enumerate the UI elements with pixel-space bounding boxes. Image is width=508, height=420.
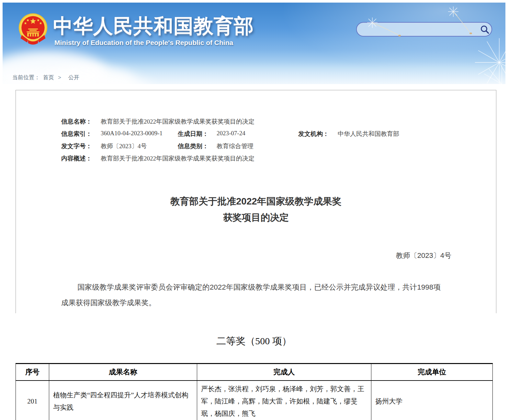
cell-achievement-name: 植物生产类“四全程四提升”人才培养模式创构与实践 xyxy=(49,381,197,420)
meta-name-label: 信息名称： xyxy=(61,117,92,126)
cell-contributors: 严长杰，张洪程，刘巧泉，杨泽峰，刘芳，郭文善，王军，陆江峰，高辉，陆大雷，许如根… xyxy=(197,381,371,420)
document-body-paragraph: 国家级教学成果奖评审委员会评审确定的2022年国家级教学成果奖项目，已经公示并完… xyxy=(61,280,441,311)
meta-date-label: 生成日期： xyxy=(178,130,209,138)
breadcrumb-link-public[interactable]: 公开 xyxy=(68,74,79,81)
document-card: 信息名称： 教育部关于批准2022年国家级教学成果奖获奖项目的决定 信息索引： … xyxy=(16,90,496,313)
table-header-row: 序号 成果名称 完成人 完成单位 xyxy=(16,364,493,381)
meta-summary-value: 教育部关于批准2022年国家级教学成果奖获奖项目的决定 xyxy=(101,154,254,163)
meta-docno-value: 教师〔2023〕4号 xyxy=(101,142,147,150)
meta-index-value: 360A10-04-2023-0009-1 xyxy=(101,130,163,137)
site-subtitle: Ministry of Education of the People's Re… xyxy=(54,39,233,47)
document-meta: 信息名称： 教育部关于批准2022年国家级教学成果奖获奖项目的决定 信息索引： … xyxy=(61,117,483,169)
breadcrumb-link-home[interactable]: 首页 xyxy=(43,74,54,81)
meta-agency-label: 发文机构： xyxy=(298,130,329,138)
cell-serial-no: 201 xyxy=(16,381,49,420)
awards-table: 序号 成果名称 完成人 完成单位 201 植物生产类“四全程四提升”人才培养模式… xyxy=(16,363,493,420)
search-input[interactable] xyxy=(357,23,478,36)
china-national-emblem-icon xyxy=(18,12,48,49)
search-button[interactable] xyxy=(478,23,491,36)
cell-institution: 扬州大学 xyxy=(371,381,493,420)
column-header-achievement: 成果名称 xyxy=(49,364,197,381)
meta-summary-label: 内容概述： xyxy=(61,154,92,163)
document-title-line1: 教育部关于批准2022年国家级教学成果奖 xyxy=(16,193,496,209)
moe-gov-page: 中华人民共和国教育部 Ministry of Education of the … xyxy=(0,0,508,420)
award-section-heading: 二等奖（500 项） xyxy=(0,335,508,348)
site-title: 中华人民共和国教育部 xyxy=(53,13,254,39)
search-box xyxy=(356,22,492,37)
column-header-contributors: 完成人 xyxy=(197,364,371,381)
breadcrumb-label: 当前位置： xyxy=(12,74,40,81)
breadcrumb: 当前位置： 首页 > 公开 xyxy=(12,74,79,81)
meta-index-label: 信息索引： xyxy=(61,130,92,138)
column-header-institution: 完成单位 xyxy=(371,364,493,381)
document-title: 教育部关于批准2022年国家级教学成果奖 获奖项目的决定 xyxy=(16,193,496,226)
meta-name-value: 教育部关于批准2022年国家级教学成果奖获奖项目的决定 xyxy=(101,117,254,126)
meta-category-value: 教育综合管理 xyxy=(217,142,254,150)
meta-date-value: 2023-07-24 xyxy=(217,130,245,137)
document-number: 教师〔2023〕4号 xyxy=(396,251,451,260)
document-title-line2: 获奖项目的决定 xyxy=(16,209,496,226)
masthead: 中华人民共和国教育部 Ministry of Education of the … xyxy=(3,3,505,84)
meta-docno-label: 发文字号： xyxy=(61,142,92,150)
magnifier-icon xyxy=(480,25,490,34)
meta-category-label: 信息类别： xyxy=(178,142,209,150)
meta-agency-value: 中华人民共和国教育部 xyxy=(338,130,399,138)
table-row: 201 植物生产类“四全程四提升”人才培养模式创构与实践 严长杰，张洪程，刘巧泉… xyxy=(16,381,493,420)
column-header-no: 序号 xyxy=(16,364,49,381)
breadcrumb-separator: > xyxy=(58,74,61,81)
